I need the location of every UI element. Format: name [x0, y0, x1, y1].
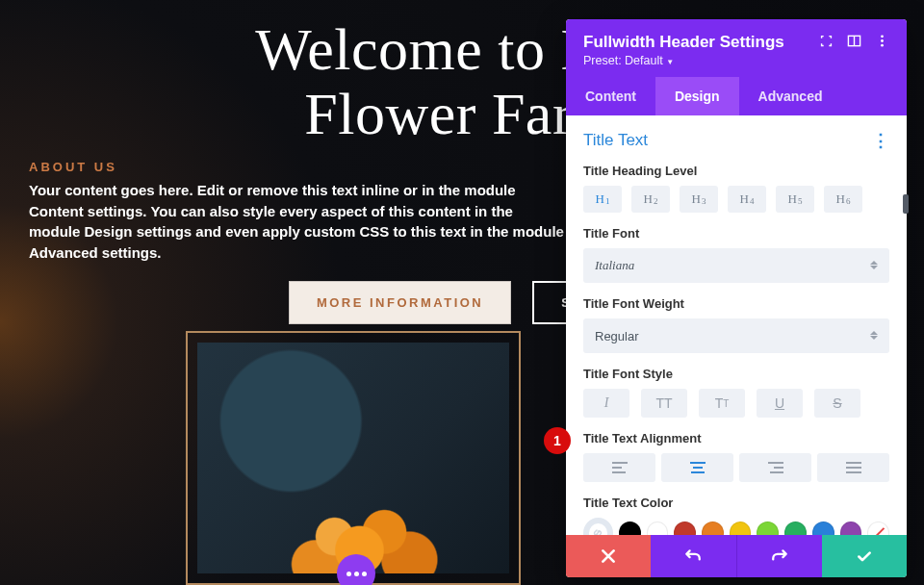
- tab-design[interactable]: Design: [655, 77, 739, 115]
- label-heading-level: Title Heading Level: [583, 164, 889, 178]
- about-label: ABOUT US: [29, 160, 568, 174]
- caret-icon: [870, 331, 878, 341]
- panel-tabs: Content Design Advanced: [566, 77, 907, 115]
- redo-icon: [771, 547, 788, 565]
- strikethrough-button[interactable]: S: [814, 389, 860, 418]
- smallcaps-button[interactable]: TT: [699, 389, 745, 418]
- cancel-button[interactable]: [566, 535, 651, 577]
- annotation-1: 1: [544, 427, 571, 454]
- tab-content[interactable]: Content: [566, 77, 655, 115]
- font-style-group: I TT TT U S: [583, 389, 889, 418]
- color-yellow-swatch[interactable]: [730, 521, 752, 535]
- undo-button[interactable]: [651, 535, 735, 577]
- settings-panel: Fullwidth Header Settings Preset: Defaul…: [566, 19, 907, 577]
- about-block: ABOUT US Your content goes here. Edit or…: [29, 160, 568, 264]
- caret-icon: [870, 261, 878, 270]
- hero-image: [197, 343, 509, 573]
- section-kebab-icon[interactable]: ⋮: [872, 132, 889, 149]
- color-lime-swatch[interactable]: [757, 521, 779, 535]
- color-red-swatch[interactable]: [674, 521, 696, 535]
- heading-h4-button[interactable]: H4: [728, 186, 766, 213]
- more-information-button[interactable]: MORE INFORMATION: [289, 281, 511, 324]
- redo-button[interactable]: [736, 535, 822, 577]
- svg-point-3: [881, 39, 884, 42]
- heading-h2-button[interactable]: H2: [631, 186, 670, 213]
- heading-h5-button[interactable]: H5: [776, 186, 814, 213]
- heading-h1-button[interactable]: H1: [583, 186, 622, 213]
- label-alignment: Title Text Alignment: [583, 431, 889, 445]
- split-view-icon[interactable]: [847, 34, 861, 52]
- underline-button[interactable]: U: [757, 389, 803, 418]
- panel-header: Fullwidth Header Settings Preset: Defaul…: [566, 19, 907, 77]
- panel-body: Title Text ⋮ Title Heading Level H1 H2 H…: [566, 115, 907, 535]
- fullscreen-icon[interactable]: [819, 34, 834, 52]
- uppercase-button[interactable]: TT: [641, 389, 687, 418]
- preset-selector[interactable]: Preset: Default ▼: [583, 54, 889, 67]
- color-swatches: [583, 518, 889, 535]
- align-left-button[interactable]: [583, 453, 655, 482]
- color-none-swatch[interactable]: [867, 521, 889, 535]
- align-center-button[interactable]: [661, 453, 733, 482]
- save-button[interactable]: [822, 535, 907, 577]
- color-current-swatch[interactable]: [583, 518, 613, 535]
- label-style: Title Font Style: [583, 367, 889, 381]
- panel-footer: [566, 535, 907, 577]
- kebab-menu-icon[interactable]: [875, 34, 889, 52]
- heading-h6-button[interactable]: H6: [824, 186, 862, 213]
- module-fab-button[interactable]: [337, 554, 375, 585]
- panel-title: Fullwidth Header Settings: [583, 33, 784, 52]
- undo-icon: [684, 547, 702, 565]
- svg-point-2: [881, 35, 884, 38]
- link-icon: [591, 526, 604, 535]
- color-black-swatch[interactable]: [619, 521, 641, 535]
- color-blue-swatch[interactable]: [812, 521, 834, 535]
- weight-select[interactable]: Regular: [583, 318, 889, 353]
- check-icon: [856, 547, 873, 565]
- color-purple-swatch[interactable]: [840, 521, 862, 535]
- color-white-swatch[interactable]: [647, 521, 669, 535]
- label-weight: Title Font Weight: [583, 296, 889, 311]
- color-green-swatch[interactable]: [784, 521, 807, 535]
- heading-h3-button[interactable]: H3: [680, 186, 718, 213]
- align-right-button[interactable]: [739, 453, 811, 482]
- font-select[interactable]: Italiana: [583, 248, 889, 283]
- label-text-color: Title Text Color: [583, 496, 889, 510]
- heading-level-group: H1 H2 H3 H4 H5 H6: [583, 186, 889, 213]
- tab-advanced[interactable]: Advanced: [739, 77, 842, 115]
- svg-point-4: [881, 43, 884, 46]
- alignment-group: [583, 453, 889, 482]
- hero-image-frame: [186, 331, 521, 585]
- section-title-text[interactable]: Title Text ⋮: [583, 131, 889, 150]
- italic-button[interactable]: I: [583, 389, 629, 418]
- about-body: Your content goes here. Edit or remove t…: [29, 180, 568, 264]
- align-justify-button[interactable]: [817, 453, 889, 482]
- color-orange-swatch[interactable]: [702, 521, 724, 535]
- close-icon: [600, 547, 617, 565]
- panel-scrubber[interactable]: [903, 194, 909, 214]
- label-font: Title Font: [583, 226, 889, 241]
